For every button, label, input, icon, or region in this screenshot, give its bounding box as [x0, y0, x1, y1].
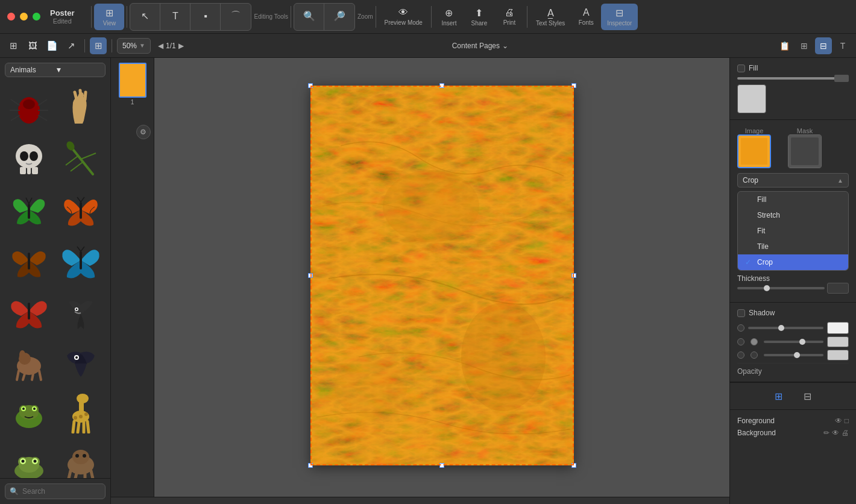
shadow-swatch-3[interactable] — [827, 350, 849, 361]
handle-top-mid[interactable] — [439, 83, 444, 88]
dropdown-option-fill[interactable]: ✓ Fill — [738, 192, 848, 207]
select-tool-button[interactable]: ↖ — [130, 4, 160, 30]
shadow-knob-2[interactable] — [737, 338, 744, 345]
handle-top-right[interactable] — [571, 83, 576, 88]
view-pages-button[interactable]: ⊞ — [90, 37, 107, 54]
content-pages[interactable]: Content Pages ⌄ — [452, 42, 508, 50]
export-button[interactable]: ↗ — [63, 37, 80, 54]
shadow-thumb-3[interactable] — [794, 352, 800, 358]
page-panel-button[interactable]: 📄 — [43, 37, 60, 54]
shadow-slider-3[interactable] — [764, 354, 823, 356]
list-item[interactable] — [5, 135, 53, 183]
next-page-button[interactable]: ▶ — [178, 42, 184, 50]
shadow-circle-3[interactable] — [751, 351, 758, 359]
text-styles-button[interactable]: A̲ Text Styles — [530, 4, 571, 30]
shadow-slider-1[interactable] — [748, 327, 823, 329]
fullscreen-button[interactable] — [33, 13, 40, 20]
thickness-thumb[interactable] — [764, 285, 770, 291]
list-item[interactable] — [5, 439, 53, 478]
grid-icon-btn[interactable]: ⊟ — [799, 388, 816, 405]
shadow-filled-knob[interactable] — [751, 338, 758, 345]
list-item[interactable] — [57, 439, 105, 478]
handle-bottom-left[interactable] — [308, 463, 313, 468]
dropdown-option-fit[interactable]: ✓ Fit — [738, 223, 848, 239]
svg-line-31 — [81, 247, 84, 251]
shape-tool-button[interactable]: ▪ — [190, 4, 221, 30]
svg-point-81 — [461, 303, 546, 411]
zoom-in-button[interactable]: 🔎 — [324, 4, 354, 30]
insert-button[interactable]: ⊕ Insert — [434, 4, 464, 30]
shadow-checkbox[interactable] — [737, 309, 745, 317]
foreground-lock-icon[interactable]: □ — [845, 417, 849, 425]
inspector-button[interactable]: ⊟ Inspector — [601, 4, 638, 30]
text-tool-button[interactable]: T — [160, 4, 190, 30]
foreground-eye-icon[interactable]: 👁 — [835, 417, 842, 425]
svg-point-50 — [22, 408, 25, 410]
list-item[interactable] — [57, 236, 105, 285]
page-thumbnail[interactable] — [119, 63, 146, 98]
crop-dropdown[interactable]: Crop ▲ — [737, 173, 849, 187]
fonts-button[interactable]: A Fonts — [571, 4, 601, 30]
page-settings-btn1[interactable]: 📋 — [776, 37, 793, 54]
page-settings-btn2[interactable]: ⊞ — [796, 37, 813, 54]
list-item[interactable] — [57, 287, 105, 335]
shadow-thumb-1[interactable] — [778, 325, 784, 331]
zoom-out-button[interactable]: 🔍 — [294, 4, 324, 30]
list-item[interactable] — [5, 338, 53, 386]
layers-icon-btn[interactable]: ⊞ — [770, 388, 787, 405]
share-button[interactable]: ⬆ Share — [464, 4, 494, 30]
print-button[interactable]: 🖨 Print — [494, 4, 524, 30]
fill-checkbox[interactable] — [737, 65, 745, 72]
list-item[interactable] — [5, 236, 53, 285]
shadow-knob-3[interactable] — [737, 351, 744, 359]
list-item[interactable] — [57, 338, 105, 386]
search-input[interactable] — [5, 484, 105, 499]
canvas-settings-button[interactable]: ⚙ — [136, 125, 151, 139]
list-item[interactable] — [57, 84, 105, 133]
draw-tool-button[interactable]: ⌒ — [221, 4, 251, 30]
view-button[interactable]: ⊞ View — [94, 4, 124, 30]
background-print-icon[interactable]: 🖨 — [842, 429, 849, 437]
poster-canvas[interactable] — [310, 86, 574, 465]
image-panel-button[interactable]: 🖼 — [24, 37, 41, 54]
background-eye-icon[interactable]: 👁 — [832, 429, 839, 437]
list-item[interactable] — [5, 84, 53, 133]
minimize-button[interactable] — [20, 13, 28, 20]
handle-top-left[interactable] — [308, 83, 313, 88]
background-edit-icon[interactable]: ✏ — [823, 429, 829, 437]
shadow-slider-2[interactable] — [764, 341, 823, 343]
dropdown-option-tile[interactable]: ✓ Tile — [738, 239, 848, 254]
list-item[interactable] — [57, 135, 105, 183]
shadow-knob-1[interactable] — [737, 324, 744, 332]
thickness-slider[interactable] — [737, 287, 825, 289]
handle-mid-right[interactable] — [571, 273, 576, 278]
horizontal-scrollbar[interactable] — [111, 497, 729, 504]
dropdown-option-stretch[interactable]: ✓ Stretch — [738, 207, 848, 223]
handle-bottom-right[interactable] — [571, 463, 576, 468]
list-item[interactable] — [57, 388, 105, 436]
shadow-thumb-2[interactable] — [799, 339, 805, 345]
image-preview[interactable] — [737, 134, 771, 168]
close-button[interactable] — [7, 13, 15, 20]
list-item[interactable] — [5, 287, 53, 335]
shadow-color-swatch[interactable] — [827, 322, 849, 334]
mask-preview[interactable] — [788, 134, 822, 168]
inspector-toggle-active[interactable]: ⊟ — [815, 37, 832, 54]
shadow-swatch-small[interactable] — [827, 336, 849, 347]
list-item[interactable] — [5, 388, 53, 436]
zoom-control[interactable]: 50% ▼ — [117, 38, 151, 54]
poster-container[interactable] — [310, 76, 574, 465]
fill-color-swatch[interactable] — [737, 84, 766, 113]
handle-mid-left[interactable] — [308, 273, 313, 278]
list-item[interactable] — [57, 186, 105, 234]
handle-bottom-mid[interactable] — [439, 463, 444, 468]
text-format-button[interactable]: T — [834, 37, 851, 54]
list-item[interactable] — [5, 186, 53, 234]
page-thumb-1[interactable]: 1 — [119, 63, 146, 106]
dropdown-option-crop[interactable]: ✓ Crop — [738, 254, 848, 270]
category-dropdown[interactable]: Animals ▼ — [5, 63, 105, 77]
toolbar-separator — [91, 6, 92, 28]
preview-mode-button[interactable]: 👁 Preview Mode — [379, 4, 429, 30]
prev-page-button[interactable]: ◀ — [158, 42, 163, 50]
sidebar-toggle-button[interactable]: ⊞ — [5, 37, 22, 54]
